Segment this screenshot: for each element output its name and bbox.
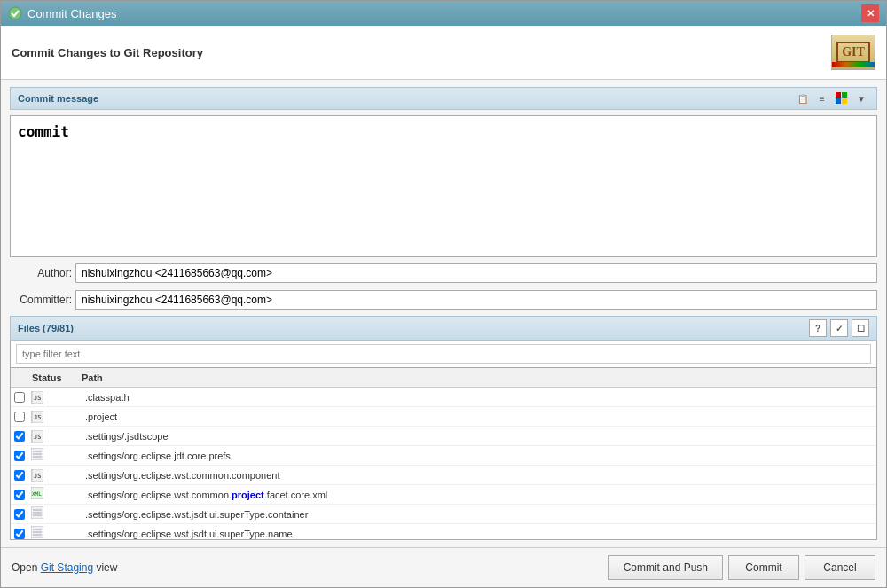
- file-type-icon: JS: [28, 469, 46, 482]
- table-row: JS.settings/org.eclipse.wst.common.compo…: [11, 466, 876, 485]
- table-row: XML.settings/org.eclipse.wst.common.proj…: [11, 485, 876, 505]
- files-header: Files (79/81) ? ✓ ☐: [10, 316, 877, 341]
- author-input[interactable]: [75, 263, 877, 283]
- col-header-path: Path: [82, 372, 876, 383]
- svg-text:XML: XML: [32, 490, 42, 497]
- files-header-icons: ? ✓ ☐: [809, 319, 869, 337]
- row-checkbox: [11, 431, 28, 442]
- svg-text:JS: JS: [34, 434, 41, 441]
- file-type-icon: JS: [28, 430, 46, 443]
- section-header-icons: 📋 ≡ ▼: [795, 90, 869, 106]
- row-path: .settings/org.eclipse.jdt.core.prefs: [82, 451, 876, 461]
- table-row: JS.settings/.jsdtscope: [11, 427, 876, 446]
- svg-rect-3: [836, 98, 841, 104]
- files-label: Files (79/81): [18, 323, 74, 333]
- author-label: Author:: [10, 267, 72, 279]
- row-path: .classpath: [82, 392, 876, 403]
- file-checkbox[interactable]: [14, 509, 25, 520]
- file-type-icon: [28, 448, 46, 463]
- table-row: .settings/org.eclipse.jdt.core.prefs: [11, 446, 876, 466]
- file-type-icon: [28, 526, 46, 539]
- expand-icon[interactable]: ▼: [853, 90, 869, 106]
- author-row: Author:: [10, 263, 877, 284]
- table-row: JS.classpath: [11, 388, 876, 407]
- commit-and-push-button[interactable]: Commit and Push: [608, 555, 723, 580]
- dialog-footer: Open Git Staging view Commit and Push Co…: [1, 547, 886, 587]
- file-type-icon: JS: [28, 391, 46, 404]
- file-checkbox[interactable]: [14, 470, 25, 481]
- app-icon: [8, 6, 22, 20]
- committer-input[interactable]: [75, 290, 877, 310]
- footer-buttons: Commit and Push Commit Cancel: [608, 555, 875, 580]
- git-logo-inner: GIT: [836, 42, 870, 63]
- svg-rect-4: [842, 98, 847, 104]
- title-bar: Commit Changes ✕: [1, 1, 886, 26]
- view-text: view: [96, 561, 117, 574]
- filter-row: [10, 341, 877, 368]
- dialog-header: Commit Changes to Git Repository GIT: [1, 26, 886, 80]
- filter-input[interactable]: [16, 344, 871, 364]
- title-bar-left: Commit Changes: [8, 6, 116, 20]
- svg-text:JS: JS: [34, 395, 41, 402]
- table-body: JS.classpathJS.projectJS.settings/.jsdts…: [11, 388, 876, 539]
- row-checkbox: [11, 509, 28, 520]
- row-checkbox: [11, 392, 28, 403]
- files-section: Files (79/81) ? ✓ ☐ Status Path J: [10, 316, 877, 540]
- file-type-icon: JS: [28, 411, 46, 423]
- footer-left: Open Git Staging view: [12, 561, 117, 574]
- file-checkbox[interactable]: [14, 529, 25, 539]
- commit-message-label: Commit message: [18, 93, 98, 104]
- files-table: Status Path JS.classpathJS.projectJS.set…: [10, 368, 877, 540]
- commit-message-input[interactable]: commit: [10, 115, 877, 257]
- file-type-icon: [28, 506, 46, 521]
- table-header: Status Path: [11, 368, 876, 388]
- help-icon[interactable]: ?: [809, 319, 827, 337]
- table-row: JS.project: [11, 407, 876, 427]
- file-checkbox[interactable]: [14, 392, 25, 403]
- row-path: .settings/org.eclipse.wst.jsdt.ui.superT…: [82, 529, 876, 539]
- row-checkbox: [11, 470, 28, 481]
- row-path: .project: [82, 412, 876, 422]
- commit-dialog: Commit Changes ✕ Commit Changes to Git R…: [0, 0, 887, 588]
- git-logo: GIT: [831, 35, 875, 70]
- file-checkbox[interactable]: [14, 431, 25, 442]
- svg-text:JS: JS: [34, 473, 41, 480]
- close-button[interactable]: ✕: [861, 4, 879, 22]
- svg-text:JS: JS: [34, 414, 41, 421]
- check-all-icon[interactable]: ✓: [830, 319, 848, 337]
- git-staging-link[interactable]: Git Staging: [41, 561, 93, 574]
- svg-point-0: [9, 7, 21, 20]
- open-text: Open: [12, 561, 37, 574]
- row-path: .settings/org.eclipse.wst.common.project…: [82, 490, 876, 500]
- file-checkbox[interactable]: [14, 412, 25, 422]
- file-checkbox[interactable]: [14, 490, 25, 500]
- commit-button[interactable]: Commit: [728, 555, 799, 580]
- language-icon[interactable]: [834, 90, 850, 106]
- dialog-title: Commit Changes: [27, 7, 116, 20]
- row-checkbox: [11, 412, 28, 422]
- row-path: .settings/org.eclipse.wst.jsdt.ui.superT…: [82, 509, 876, 520]
- dialog-header-title: Commit Changes to Git Repository: [12, 46, 203, 59]
- table-row: .settings/org.eclipse.wst.jsdt.ui.superT…: [11, 505, 876, 524]
- svg-rect-1: [836, 92, 841, 98]
- table-row: .settings/org.eclipse.wst.jsdt.ui.superT…: [11, 524, 876, 539]
- layout-icon[interactable]: ☐: [852, 319, 869, 337]
- col-header-status: Status: [11, 372, 82, 383]
- file-type-icon: XML: [28, 487, 46, 502]
- cancel-button[interactable]: Cancel: [805, 555, 875, 580]
- dialog-body: Commit message 📋 ≡ ▼ commit Author:: [1, 80, 886, 547]
- row-path: .settings/.jsdtscope: [82, 431, 876, 442]
- commit-message-section-header: Commit message 📋 ≡ ▼: [10, 87, 877, 110]
- committer-row: Committer:: [10, 289, 877, 310]
- row-checkbox: [11, 490, 28, 500]
- row-checkbox: [11, 451, 28, 461]
- file-checkbox[interactable]: [14, 451, 25, 461]
- menu-icon[interactable]: ≡: [814, 90, 830, 106]
- committer-label: Committer:: [10, 294, 72, 306]
- svg-rect-2: [842, 92, 847, 98]
- clipboard-icon[interactable]: 📋: [795, 90, 811, 106]
- row-checkbox: [11, 529, 28, 539]
- row-path: .settings/org.eclipse.wst.common.compone…: [82, 470, 876, 481]
